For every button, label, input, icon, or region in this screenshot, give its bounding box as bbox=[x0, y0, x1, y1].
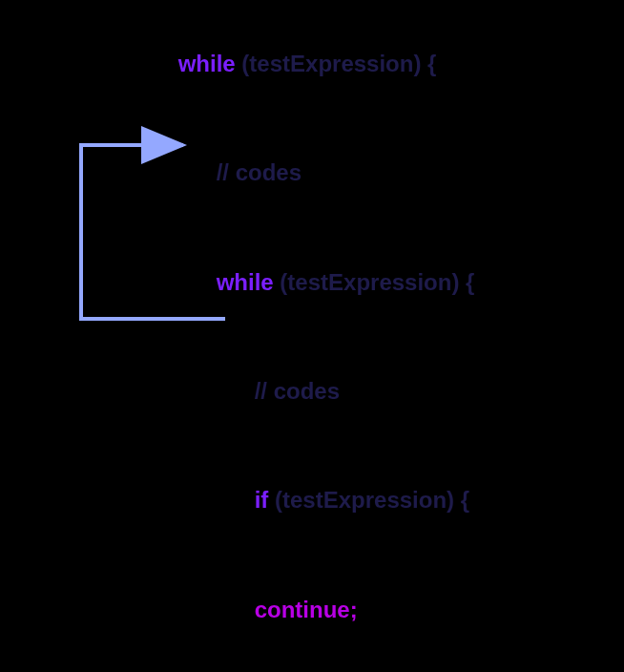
continue-line: continue; bbox=[153, 569, 474, 651]
if-keyword: if bbox=[255, 487, 269, 513]
comment-text: // codes bbox=[255, 378, 340, 404]
while-expression: (testExpression) { bbox=[236, 51, 437, 76]
code-block: while (testExpression) { // codes while … bbox=[153, 23, 474, 672]
if-line: if (testExpression) { bbox=[153, 460, 474, 542]
while-keyword: while bbox=[178, 51, 236, 76]
while-keyword: while bbox=[217, 269, 274, 295]
codes-comment-2: // codes bbox=[153, 350, 474, 432]
while-expression: (testExpression) { bbox=[274, 269, 475, 295]
comment-text: // codes bbox=[217, 159, 302, 185]
outer-while-line: while (testExpression) { bbox=[153, 23, 474, 105]
inner-while-line: while (testExpression) { bbox=[153, 242, 474, 324]
if-expression: (testExpression) { bbox=[268, 487, 469, 513]
codes-comment-1: // codes bbox=[153, 132, 474, 214]
continue-keyword: continue; bbox=[255, 597, 358, 622]
